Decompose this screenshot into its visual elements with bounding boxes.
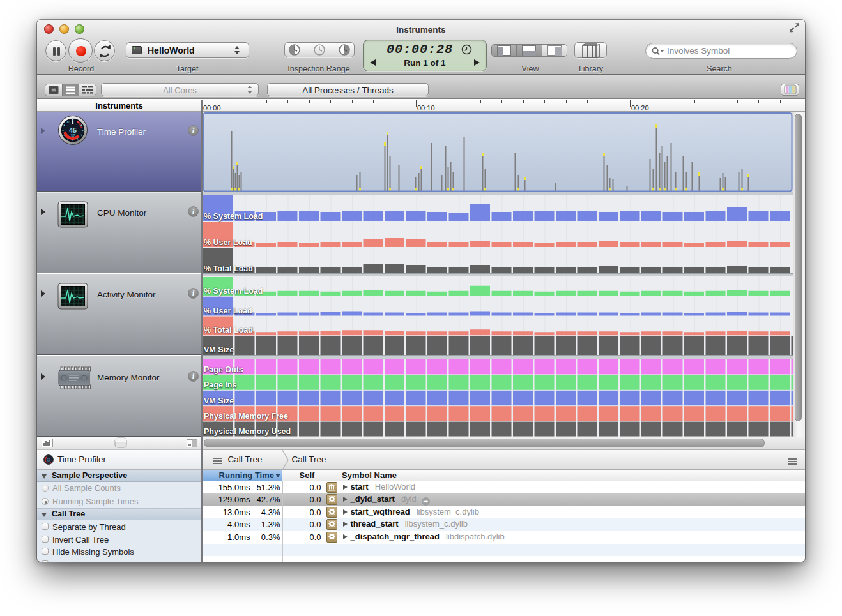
svg-text:10: 10 xyxy=(66,120,70,123)
svg-text:37: 37 xyxy=(70,133,75,138)
